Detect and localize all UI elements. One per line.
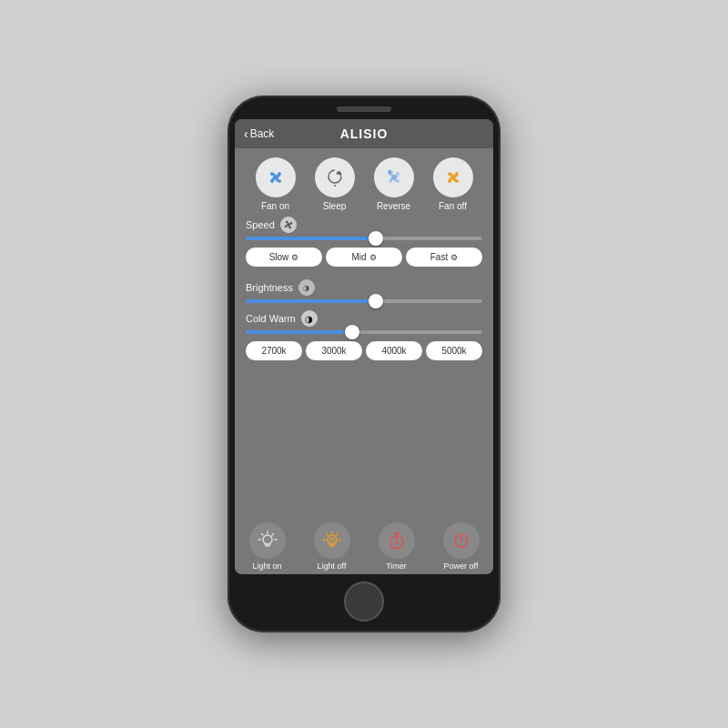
mid-button[interactable]: Mid ⚙: [326, 248, 402, 267]
svg-point-17: [329, 537, 335, 542]
speed-slider[interactable]: [246, 237, 482, 240]
cold-warm-fill: [246, 330, 352, 334]
fan-off-icon: [433, 157, 473, 197]
mid-label: Mid: [351, 252, 366, 262]
speed-label-row: Speed: [246, 217, 482, 233]
light-off-label: Light off: [318, 561, 347, 571]
slow-label: Slow: [269, 252, 289, 262]
svg-point-1: [334, 185, 336, 187]
temp-5000k-label: 5000k: [441, 346, 466, 356]
temp-5000k-button[interactable]: 5000k: [426, 341, 482, 360]
sleep-icon: [315, 157, 355, 197]
reverse-button[interactable]: Reverse: [374, 157, 414, 211]
temp-3000k-button[interactable]: 3000k: [306, 341, 362, 360]
speed-thumb: [369, 231, 383, 246]
back-button[interactable]: ‹ Back: [244, 126, 274, 141]
timer-button[interactable]: Timer: [379, 522, 415, 571]
temp-4000k-label: 4000k: [381, 346, 406, 356]
temp-buttons-row: 2700k 3000k 4000k 5000k: [246, 341, 482, 360]
fan-off-label: Fan off: [439, 201, 467, 211]
temp-3000k-label: 3000k: [321, 346, 346, 356]
reverse-label: Reverse: [377, 201, 410, 211]
brightness-icon: ◑: [298, 279, 315, 296]
back-label: Back: [250, 127, 275, 140]
temp-2700k-button[interactable]: 2700k: [246, 341, 302, 360]
power-off-icon: [443, 522, 480, 559]
slow-button[interactable]: Slow ⚙: [246, 248, 322, 267]
speed-icon: [280, 217, 297, 233]
light-on-icon: [249, 522, 286, 559]
cold-warm-track: [246, 330, 482, 334]
speed-track: [246, 237, 482, 240]
light-off-button[interactable]: Light off: [314, 522, 350, 571]
phone-device: ‹ Back ALISIO: [228, 96, 500, 632]
fan-on-label: Fan on: [261, 201, 289, 211]
brightness-track: [246, 299, 482, 303]
fan-on-button[interactable]: Fan on: [256, 157, 296, 211]
temp-4000k-button[interactable]: 4000k: [366, 341, 422, 360]
fan-on-icon: [256, 157, 296, 197]
cold-warm-thumb: [345, 325, 359, 339]
brightness-fill: [246, 299, 376, 303]
fast-button[interactable]: Fast ⚙: [406, 248, 482, 267]
app-title: ALISIO: [340, 126, 389, 141]
temp-2700k-label: 2700k: [261, 346, 286, 356]
svg-line-7: [272, 534, 274, 536]
cold-warm-section: Cold Warm ◑: [246, 310, 482, 334]
svg-line-13: [337, 534, 339, 536]
brightness-label-row: Brightness ◑: [246, 279, 482, 296]
fast-label: Fast: [430, 252, 448, 262]
speed-label: Speed: [246, 219, 275, 230]
fast-fan-icon: ⚙: [450, 253, 458, 262]
brightness-label: Brightness: [246, 282, 293, 293]
brightness-thumb: [369, 294, 383, 308]
light-off-icon: [314, 522, 350, 559]
svg-point-5: [263, 535, 272, 544]
svg-line-20: [397, 542, 399, 544]
fan-off-button[interactable]: Fan off: [433, 157, 473, 211]
brightness-section: Brightness ◑: [246, 279, 482, 303]
speed-buttons-row: Slow ⚙ Mid ⚙ Fast ⚙: [246, 248, 482, 267]
mid-fan-icon: ⚙: [369, 253, 377, 262]
sleep-label: Sleep: [323, 201, 347, 211]
power-off-label: Power off: [444, 561, 479, 571]
cold-warm-label: Cold Warm: [246, 313, 296, 324]
cold-warm-slider[interactable]: [246, 330, 482, 334]
brightness-slider[interactable]: [246, 299, 482, 303]
back-chevron-icon: ‹: [244, 126, 248, 141]
timer-label: Timer: [386, 561, 407, 571]
bottom-controls-row: Light on Light off: [235, 517, 493, 574]
phone-screen: ‹ Back ALISIO: [235, 119, 493, 574]
slow-fan-icon: ⚙: [291, 253, 298, 262]
app-content: Fan on Sleep: [235, 148, 493, 517]
svg-line-15: [326, 534, 328, 536]
light-on-label: Light on: [252, 561, 281, 571]
phone-speaker: [337, 106, 391, 112]
svg-point-4: [287, 223, 290, 227]
sleep-button[interactable]: Sleep: [315, 157, 355, 211]
svg-line-9: [261, 534, 263, 536]
power-off-button[interactable]: Power off: [443, 522, 480, 571]
speed-fill: [246, 237, 376, 240]
light-on-button[interactable]: Light on: [249, 522, 286, 571]
cold-warm-label-row: Cold Warm ◑: [246, 310, 482, 327]
fan-controls-row: Fan on Sleep: [246, 157, 482, 211]
phone-home-button[interactable]: [344, 581, 384, 622]
timer-icon: [379, 522, 415, 559]
cold-warm-icon: ◑: [301, 310, 318, 327]
reverse-icon: [374, 157, 414, 197]
app-header: ‹ Back ALISIO: [235, 119, 493, 148]
